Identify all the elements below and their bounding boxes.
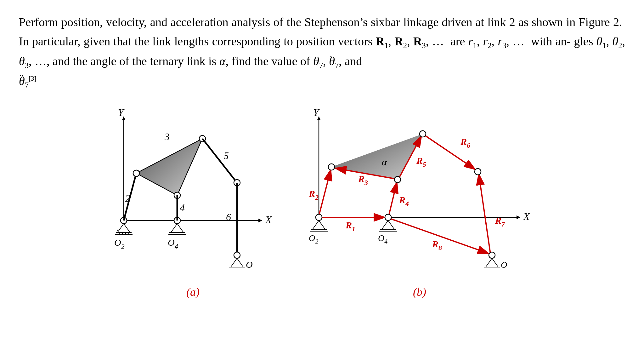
figure-b-label: (b) (413, 284, 426, 301)
figure-a-label: (a) (186, 284, 200, 301)
figure-b: X Y R1 R2 R3 R4 R5 R6 R7 (300, 104, 539, 301)
svg-line-61 (424, 135, 475, 169)
svg-text:R8: R8 (432, 239, 442, 252)
svg-line-53 (319, 169, 331, 216)
svg-text:R4: R4 (399, 195, 409, 208)
svg-text:α: α (382, 156, 387, 168)
svg-text:X: X (523, 211, 530, 222)
figure-a: X Y O2 O4 (105, 104, 281, 301)
svg-marker-50 (331, 134, 423, 180)
svg-text:6: 6 (226, 211, 231, 223)
svg-text:O4: O4 (168, 237, 178, 250)
svg-text:Y: Y (313, 107, 320, 118)
svg-text:4: 4 (180, 202, 185, 213)
svg-marker-13 (117, 224, 130, 232)
svg-point-70 (328, 164, 335, 170)
svg-line-32 (202, 139, 237, 183)
svg-point-36 (234, 252, 240, 258)
svg-text:X: X (265, 214, 272, 225)
svg-marker-75 (313, 221, 325, 229)
svg-point-74 (489, 252, 495, 258)
svg-marker-83 (486, 258, 498, 267)
svg-point-26 (133, 170, 139, 176)
svg-text:O2: O2 (309, 233, 318, 245)
svg-text:R1: R1 (345, 220, 355, 233)
svg-text:R6: R6 (460, 136, 470, 149)
svg-text:O: O (246, 259, 253, 270)
figure-a-svg: X Y O2 O4 (105, 104, 281, 280)
svg-marker-25 (136, 139, 202, 195)
svg-line-57 (389, 182, 397, 216)
svg-text:5: 5 (224, 150, 229, 161)
figures-row: X Y O2 O4 (19, 104, 625, 301)
svg-text:O2: O2 (114, 237, 125, 250)
svg-marker-79 (382, 221, 394, 229)
svg-marker-18 (171, 224, 184, 232)
svg-line-63 (479, 174, 490, 254)
svg-text:Y: Y (118, 107, 125, 118)
figure-b-svg: X Y R1 R2 R3 R4 R5 R6 R7 (300, 104, 539, 280)
svg-text:O: O (501, 260, 507, 270)
problem-text: Perform position, velocity, and accelera… (19, 13, 625, 91)
svg-marker-37 (231, 258, 243, 267)
svg-text:3: 3 (164, 131, 170, 142)
svg-point-73 (475, 169, 481, 175)
svg-point-68 (316, 214, 322, 221)
svg-text:R2: R2 (308, 188, 319, 201)
svg-point-71 (394, 176, 401, 183)
svg-text:2: 2 (125, 192, 130, 204)
svg-text:R5: R5 (416, 155, 426, 168)
svg-text:O4: O4 (378, 233, 387, 245)
svg-marker-45 (517, 215, 520, 219)
problem-statement: Perform position, velocity, and accelera… (19, 13, 625, 91)
svg-point-72 (420, 131, 426, 137)
svg-text:R3: R3 (358, 174, 368, 186)
svg-point-69 (385, 214, 391, 221)
svg-marker-1 (258, 219, 262, 222)
